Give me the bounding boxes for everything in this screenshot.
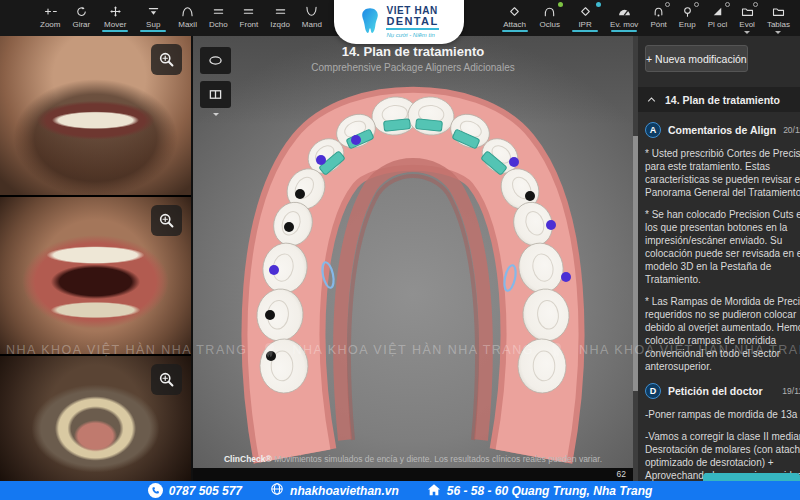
toolbar-button-girar[interactable]: Girar	[66, 0, 96, 36]
toolbar-button-evol[interactable]: Evol	[733, 0, 761, 36]
active-underline	[140, 30, 166, 32]
status-dot-blue	[596, 2, 601, 7]
plan-header-label: 14. Plan de tratamiento	[665, 94, 780, 106]
plan-title: 14. Plan de tratamiento	[193, 44, 633, 59]
toolbar-label: Izqdo	[270, 20, 290, 29]
toolbar-label: Mand	[302, 20, 322, 29]
section-date: 19/11	[782, 386, 800, 396]
upper-arch-3d-model	[223, 78, 603, 468]
toolbar-label: Pl ocl	[708, 20, 728, 29]
magnifier-zoom-button[interactable]	[151, 364, 182, 395]
view-tools-caret-icon[interactable]	[213, 113, 219, 119]
contact-house: 56 - 58 - 60 Quang Trung, Nha Trang	[427, 483, 653, 499]
toolbar-label: Mover	[104, 20, 126, 29]
status-dot-ring	[753, 2, 758, 7]
plan-collapse-header[interactable]: 14. Plan de tratamiento	[633, 87, 800, 112]
split-view-button[interactable]	[200, 81, 231, 108]
dropdown-caret-icon	[775, 31, 781, 37]
stage-number: 62	[617, 469, 626, 479]
folder-icon	[771, 5, 786, 18]
toolbar-label: Erup	[679, 20, 696, 29]
attach-icon	[507, 5, 522, 18]
contact-bar: 0787 505 577nhakhoaviethan.vn56 - 58 - 6…	[0, 481, 800, 500]
section-header-comentarios-de-align: AComentarios de Align20/11	[645, 122, 800, 138]
toolbar-button-pónt[interactable]: Pónt	[644, 0, 672, 36]
magnifier-zoom-button[interactable]	[151, 205, 182, 236]
toolbar-button-mover[interactable]: Mover	[96, 0, 134, 36]
clincheck-app: ZoomGirarMoverSupMaxilDchoFrontIzqdoMand…	[0, 0, 800, 500]
toolbar-button-izqdo[interactable]: Izqdo	[264, 0, 296, 36]
eruption-icon	[680, 5, 695, 18]
toolbar-label: Ev. mov	[610, 20, 638, 29]
toolbar-label: Oclus	[540, 20, 560, 29]
comment-paragraph: * Se han colocado Precision Cuts en los …	[645, 208, 800, 286]
stage-strip: 62	[193, 468, 633, 481]
globe-icon	[270, 482, 284, 499]
toolbar-button-ev-mov[interactable]: Ev. mov	[604, 0, 644, 36]
section-title: Petición del doctor	[668, 385, 763, 397]
phone-icon	[148, 483, 163, 498]
speedometer-icon	[617, 5, 632, 18]
toolbar-view-group: ZoomGirarMoverSupMaxilDchoFrontIzqdoMand	[0, 0, 328, 36]
toolbar-button-maxil[interactable]: Maxil	[172, 0, 203, 36]
toolbar-button-oclus[interactable]: Oclus	[534, 0, 566, 36]
contact-globe: nhakhoaviethan.vn	[270, 482, 399, 499]
toolbar-button-sup[interactable]: Sup	[134, 0, 172, 36]
active-underline	[572, 30, 598, 32]
section-badge: D	[645, 383, 661, 399]
status-dot-ring	[694, 2, 699, 7]
magnifier-zoom-button[interactable]	[151, 44, 182, 75]
clincheck-disclaimer: ClinCheck® Movimientos simulados de encí…	[193, 454, 633, 464]
section-date: 20/11	[783, 125, 800, 135]
view-mode-tools	[200, 47, 231, 119]
logo-line2: DENTAL	[386, 16, 438, 30]
model-viewport: 14. Plan de tratamiento Comprehensive Pa…	[193, 36, 633, 481]
status-dot-ring	[665, 2, 670, 7]
active-underline	[611, 30, 637, 32]
toolbar-label: Front	[240, 20, 259, 29]
treatment-sidebar: + Nueva modificación 14. Plan de tratami…	[633, 36, 800, 481]
clinic-logo: VIET HAN DENTAL Nụ cười - Niềm tin	[334, 0, 464, 44]
ipr-icon	[578, 5, 593, 18]
toolbar-button-ipr[interactable]: IPR	[566, 0, 604, 36]
comment-paragraph: -Poner rampas de mordida de 13a 23.	[645, 408, 800, 421]
tooth-logo-icon	[359, 6, 381, 39]
toolbar-button-attach[interactable]: Attach	[496, 0, 534, 36]
toolbar-label: Tablas	[767, 20, 790, 29]
comment-paragraph: * Las Rampas de Mordida de Precisión req…	[645, 295, 800, 373]
toolbar-button-mand[interactable]: Mand	[296, 0, 328, 36]
toolbar-button-erup[interactable]: Erup	[673, 0, 702, 36]
sidebar-teal-button[interactable]	[703, 473, 800, 481]
toolbar-button-front[interactable]: Front	[234, 0, 265, 36]
hbars-icon	[241, 5, 256, 18]
toolbar-button-tablas[interactable]: Tablas	[761, 0, 796, 36]
clinic-logo-text: VIET HAN DENTAL Nụ cười - Niềm tin	[386, 6, 438, 38]
status-dot-ring	[725, 2, 730, 7]
hbars-icon	[273, 5, 288, 18]
active-underline	[502, 30, 528, 32]
occlusion-icon	[542, 5, 557, 18]
sidebar-scrollbar[interactable]	[633, 36, 638, 481]
chevron-up-icon	[646, 94, 657, 106]
toolbar-label: Maxil	[178, 20, 197, 29]
scrollbar-thumb[interactable]	[633, 136, 638, 391]
toolbar-button-dcho[interactable]: Dcho	[203, 0, 234, 36]
pontic-icon	[651, 5, 666, 18]
new-modification-button[interactable]: + Nueva modificación	[645, 45, 748, 72]
toolbar-button-pl-ocl[interactable]: Pl ocl	[702, 0, 734, 36]
contact-phone: 0787 505 577	[148, 483, 242, 498]
status-dot-green	[558, 2, 563, 7]
photo-column	[0, 36, 191, 481]
toolbar-label: Attach	[503, 20, 526, 29]
toolbar-button-zoom[interactable]: Zoom	[34, 0, 66, 36]
view-top-icon	[146, 5, 161, 18]
single-view-button[interactable]	[200, 47, 231, 74]
logo-tagline: Nụ cười - Niềm tin	[386, 32, 438, 38]
photo-occlusal-mirror	[0, 356, 191, 481]
toolbar-label: Sup	[146, 20, 160, 29]
section-title: Comentarios de Align	[668, 124, 776, 136]
comment-paragraph: * Usted prescribió Cortes de Precisión p…	[645, 147, 800, 199]
hbars-icon	[211, 5, 226, 18]
plan-subtitle: Comprehensive Package Aligners Adicional…	[193, 62, 633, 73]
house-icon	[427, 483, 441, 499]
